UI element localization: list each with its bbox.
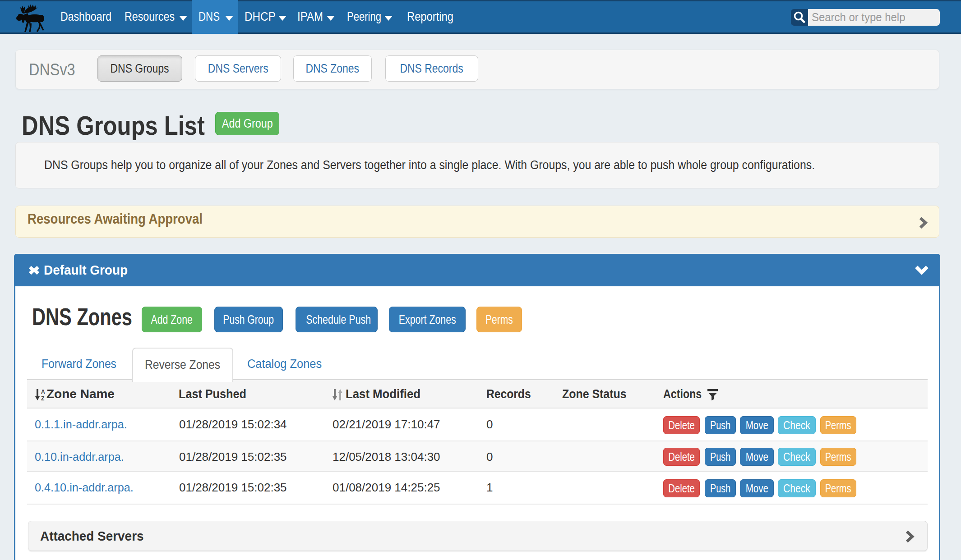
svg-text:Z: Z — [41, 395, 44, 401]
svg-text:A: A — [41, 389, 45, 395]
